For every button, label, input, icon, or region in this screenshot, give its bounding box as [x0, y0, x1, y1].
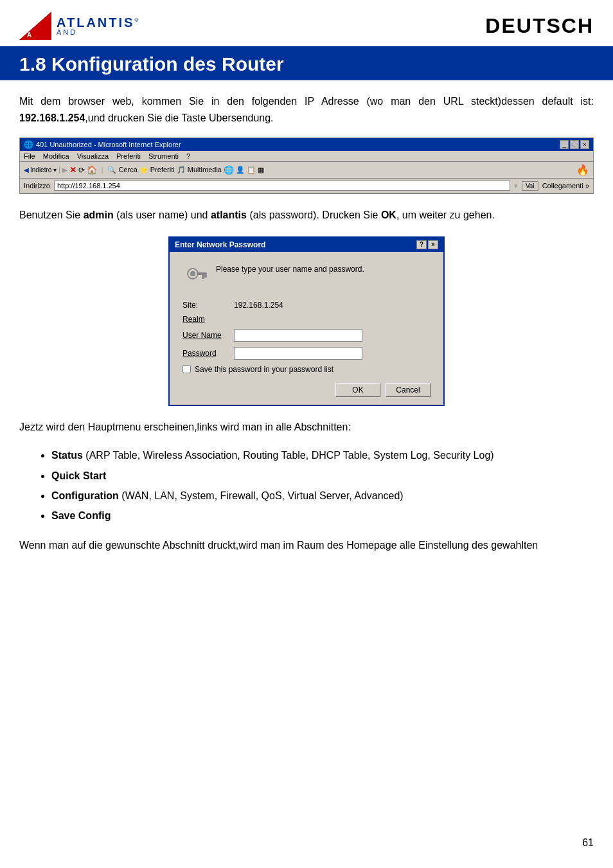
- list-item-quickstart: Quick Start: [51, 467, 594, 484]
- dialog-body: Please type your user name and password.…: [170, 252, 443, 405]
- save-password-label: Save this password in your password list: [195, 365, 333, 374]
- list-item-quickstart-bold: Quick Start: [51, 470, 106, 481]
- forward-button[interactable]: ▶: [62, 166, 67, 173]
- svg-rect-5: [202, 275, 204, 279]
- logo-a-letter: A: [57, 15, 67, 30]
- page-number: 61: [582, 837, 594, 849]
- site-value: 192.168.1.254: [234, 301, 283, 310]
- favorites-button[interactable]: ⭐ Preferiti: [139, 166, 175, 174]
- dialog-close-button[interactable]: ×: [428, 240, 438, 249]
- dialog-help-button[interactable]: ?: [416, 240, 427, 249]
- menu-visualizza[interactable]: Visualizza: [77, 152, 109, 160]
- dialog-actions: OK Cancel: [182, 383, 431, 397]
- list-item-saveconfig-bold: Save Config: [51, 510, 111, 521]
- toolbar-icon1: 🌐: [224, 165, 234, 175]
- dialog-top-row: Please type your user name and password.: [182, 262, 431, 292]
- page-title: 1.8 Konfiguration des Router: [19, 53, 594, 75]
- username-input[interactable]: [234, 329, 362, 342]
- refresh-button[interactable]: ⟳: [78, 166, 85, 175]
- list-item-configuration-bold: Configuration: [51, 490, 119, 501]
- browser-addressbar: Indirizzo ▾ Vai Collegamenti »: [20, 179, 593, 193]
- ok-button[interactable]: OK: [335, 383, 380, 397]
- list-item-status-bold: Status: [51, 450, 83, 461]
- svg-rect-4: [197, 272, 207, 275]
- dialog-prompt-text: Please type your user name and password.: [216, 265, 364, 274]
- browser-titlebar: 🌐 401 Unauthorized - Microsoft Internet …: [20, 138, 593, 151]
- browser-screenshot: 🌐 401 Unauthorized - Microsoft Internet …: [19, 137, 594, 194]
- back-button[interactable]: ◀ Indietro ▾: [24, 166, 57, 173]
- browser-menubar: File Modifica Visualizza Preferiti Strum…: [20, 151, 593, 162]
- header-language: DEUTSCH: [485, 14, 594, 38]
- header: A ATLANTIS® AND DEUTSCH: [0, 0, 613, 48]
- title-bar: 1.8 Konfiguration des Router: [0, 48, 613, 80]
- content-area: Mit dem browser web, kommen Sie in den f…: [0, 80, 613, 567]
- realm-row: Realm: [182, 315, 431, 324]
- list-item-configuration: Configuration (WAN, LAN, System, Firewal…: [51, 487, 594, 504]
- cancel-button[interactable]: Cancel: [386, 383, 431, 397]
- password-label: Password: [182, 349, 234, 358]
- address-input[interactable]: [54, 181, 510, 191]
- username-row: User Name: [182, 329, 431, 342]
- logo-area: A ATLANTIS® AND: [19, 12, 140, 40]
- menu-modifica[interactable]: Modifica: [43, 152, 69, 160]
- menu-preferiti[interactable]: Preferiti: [116, 152, 141, 160]
- list-item-status-text: (ARP Table, Wireless Association, Routin…: [85, 450, 493, 461]
- logo-and-text: AND: [57, 29, 140, 36]
- menu-help[interactable]: ?: [186, 152, 190, 160]
- save-password-checkbox[interactable]: [182, 365, 191, 373]
- collegamenti-label: Collegamenti »: [542, 182, 589, 190]
- minimize-btn[interactable]: _: [560, 140, 569, 149]
- browser-toolbar: ◀ Indietro ▾ | ▶ ✕ ⟳ 🏠 | 🔍 Cerca ⭐ Prefe…: [20, 162, 593, 179]
- site-label: Site:: [182, 301, 234, 310]
- close-btn[interactable]: ×: [580, 140, 589, 149]
- dialog-fields: Site: 192.168.1.254 Realm User Name: [182, 301, 431, 360]
- section-intro-text: Jeztz wird den Hauptmenu erscheinen,link…: [19, 419, 594, 436]
- dialog-title-buttons: ? ×: [416, 240, 438, 249]
- menu-list: Status (ARP Table, Wireless Association,…: [51, 447, 594, 524]
- password-row: Password: [182, 347, 431, 360]
- password-input[interactable]: [234, 347, 362, 360]
- username-label: User Name: [182, 331, 234, 340]
- bottom-paragraph: Wenn man auf die gewunschte Abschnitt dr…: [19, 537, 594, 554]
- dialog-title-text: Enter Network Password: [175, 240, 265, 249]
- home-button[interactable]: 🏠: [87, 165, 97, 175]
- page: A ATLANTIS® AND DEUTSCH 1.8 Konfiguratio…: [0, 0, 613, 868]
- browser-window-controls: _ □ ×: [560, 140, 589, 149]
- address-label: Indirizzo: [24, 182, 50, 190]
- menu-file[interactable]: File: [24, 152, 35, 160]
- search-button[interactable]: 🔍 Cerca: [107, 166, 137, 174]
- vai-button[interactable]: Vai: [522, 181, 538, 191]
- svg-text:A: A: [27, 31, 31, 39]
- dialog-wrapper: Enter Network Password ? ×: [19, 236, 594, 406]
- realm-label: Realm: [182, 315, 234, 324]
- middle-paragraph: Benutzen Sie admin (als user name) und a…: [19, 207, 594, 224]
- browser-title-text: 401 Unauthorized - Microsoft Internet Ex…: [36, 141, 181, 148]
- toolbar-icon2: 👤: [236, 166, 245, 174]
- site-row: Site: 192.168.1.254: [182, 301, 431, 310]
- menu-strumenti[interactable]: Strumenti: [148, 152, 179, 160]
- list-item-status: Status (ARP Table, Wireless Association,…: [51, 447, 594, 464]
- logo-text: ATLANTIS® AND: [57, 16, 140, 36]
- toolbar-grid: ▦: [258, 166, 264, 174]
- intro-paragraph: Mit dem browser web, kommen Sie in den f…: [19, 93, 594, 126]
- logo-atlantis-text: ATLANTIS®: [57, 16, 140, 29]
- stop-button[interactable]: ✕: [69, 165, 76, 175]
- save-password-row: Save this password in your password list: [182, 365, 431, 374]
- svg-point-3: [190, 271, 195, 276]
- list-item-configuration-text: (WAN, LAN, System, Firewall, QoS, Virtua…: [121, 490, 403, 501]
- list-item-saveconfig: Save Config: [51, 507, 594, 524]
- toolbar-right-icon: 🔥: [576, 164, 589, 176]
- dialog-icon: [182, 262, 208, 292]
- dialog-titlebar: Enter Network Password ? ×: [170, 238, 443, 252]
- maximize-btn[interactable]: □: [570, 140, 579, 149]
- svg-rect-6: [204, 275, 207, 278]
- password-dialog: Enter Network Password ? ×: [168, 236, 445, 406]
- media-button[interactable]: 🎵 Multimedia: [177, 166, 222, 174]
- toolbar-icon3: 📋: [247, 166, 256, 174]
- svg-marker-0: [19, 12, 51, 40]
